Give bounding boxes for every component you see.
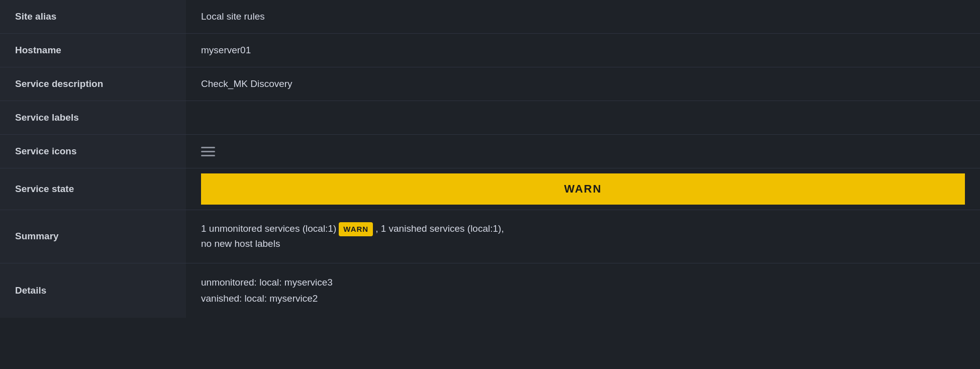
value-service-icons xyxy=(186,135,980,168)
summary-after-badge: , 1 vanished services (local:1), xyxy=(375,223,504,234)
row-service-icons: Service icons xyxy=(0,135,980,168)
label-hostname: Hostname xyxy=(0,34,186,67)
hamburger-line-2 xyxy=(201,151,215,152)
details-line2: vanished: local: myservice2 xyxy=(201,293,318,304)
row-hostname: Hostname myserver01 xyxy=(0,34,980,67)
row-service-state: Service state WARN xyxy=(0,168,980,210)
summary-line2: no new host labels xyxy=(201,238,280,249)
value-details: unmonitored: local: myservice3 vanished:… xyxy=(186,263,980,318)
warn-inline-badge: WARN xyxy=(339,222,373,236)
row-details: Details unmonitored: local: myservice3 v… xyxy=(0,263,980,318)
row-service-description: Service description Check_MK Discovery xyxy=(0,67,980,101)
value-site-alias: Local site rules xyxy=(186,0,980,33)
value-hostname: myserver01 xyxy=(186,34,980,67)
hamburger-menu-icon[interactable] xyxy=(201,147,215,156)
warn-state-badge: WARN xyxy=(201,173,965,205)
label-details: Details xyxy=(0,263,186,318)
value-service-description: Check_MK Discovery xyxy=(186,67,980,101)
label-summary: Summary xyxy=(0,210,186,263)
summary-text: 1 unmonitored services (local:1)WARN, 1 … xyxy=(201,221,504,252)
value-service-state: WARN xyxy=(186,168,980,210)
label-service-description: Service description xyxy=(0,67,186,101)
info-table: Site alias Local site rules Hostname mys… xyxy=(0,0,980,318)
value-summary: 1 unmonitored services (local:1)WARN, 1 … xyxy=(186,210,980,263)
details-line1: unmonitored: local: myservice3 xyxy=(201,277,333,288)
label-service-icons: Service icons xyxy=(0,135,186,168)
row-service-labels: Service labels xyxy=(0,101,980,135)
summary-before-badge: 1 unmonitored services (local:1) xyxy=(201,223,336,234)
hamburger-line-3 xyxy=(201,155,215,156)
label-service-state: Service state xyxy=(0,168,186,210)
row-site-alias: Site alias Local site rules xyxy=(0,0,980,34)
value-service-labels xyxy=(186,101,980,134)
label-site-alias: Site alias xyxy=(0,0,186,33)
details-text: unmonitored: local: myservice3 vanished:… xyxy=(201,274,333,307)
label-service-labels: Service labels xyxy=(0,101,186,134)
row-summary: Summary 1 unmonitored services (local:1)… xyxy=(0,210,980,263)
hamburger-line-1 xyxy=(201,147,215,148)
